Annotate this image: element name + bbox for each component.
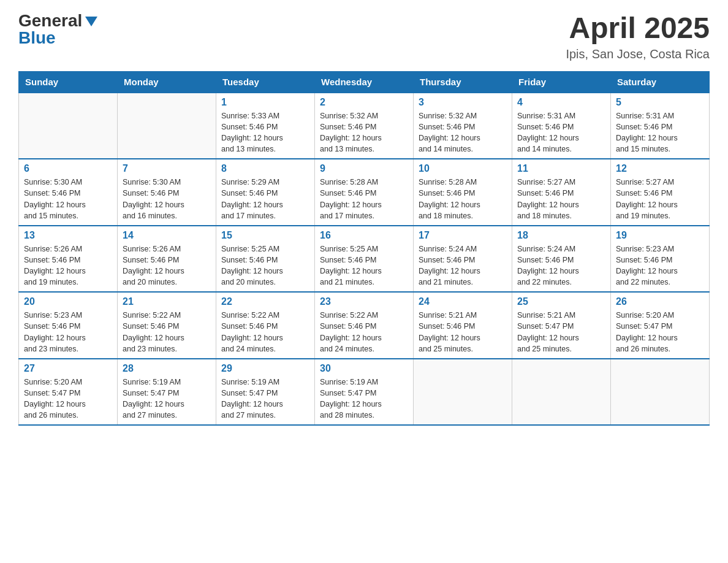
day-info: Sunrise: 5:22 AM Sunset: 5:46 PM Dayligh… xyxy=(320,310,408,354)
day-number: 24 xyxy=(419,296,507,307)
day-number: 22 xyxy=(221,296,309,307)
day-info: Sunrise: 5:20 AM Sunset: 5:47 PM Dayligh… xyxy=(616,310,704,354)
day-info: Sunrise: 5:29 AM Sunset: 5:46 PM Dayligh… xyxy=(221,177,309,221)
day-info: Sunrise: 5:31 AM Sunset: 5:46 PM Dayligh… xyxy=(616,110,704,155)
day-number: 25 xyxy=(517,296,605,307)
day-info: Sunrise: 5:19 AM Sunset: 5:47 PM Dayligh… xyxy=(221,377,309,421)
day-number: 9 xyxy=(320,163,408,174)
day-number: 4 xyxy=(517,97,605,108)
table-row: 6Sunrise: 5:30 AM Sunset: 5:46 PM Daylig… xyxy=(19,159,118,226)
day-info: Sunrise: 5:26 AM Sunset: 5:46 PM Dayligh… xyxy=(24,243,112,288)
day-number: 6 xyxy=(24,163,112,174)
day-number: 11 xyxy=(517,163,605,174)
day-info: Sunrise: 5:32 AM Sunset: 5:46 PM Dayligh… xyxy=(419,110,507,155)
table-row: 18Sunrise: 5:24 AM Sunset: 5:46 PM Dayli… xyxy=(512,226,611,293)
table-row: 25Sunrise: 5:21 AM Sunset: 5:47 PM Dayli… xyxy=(512,292,611,359)
day-number: 12 xyxy=(616,163,704,174)
day-info: Sunrise: 5:22 AM Sunset: 5:46 PM Dayligh… xyxy=(221,310,309,354)
day-number: 2 xyxy=(320,97,408,108)
table-row xyxy=(512,359,611,426)
table-row: 4Sunrise: 5:31 AM Sunset: 5:46 PM Daylig… xyxy=(512,93,611,159)
table-row: 17Sunrise: 5:24 AM Sunset: 5:46 PM Dayli… xyxy=(414,226,512,293)
day-number: 23 xyxy=(320,296,408,307)
logo-triangle-icon xyxy=(85,17,97,26)
table-row: 10Sunrise: 5:28 AM Sunset: 5:46 PM Dayli… xyxy=(414,159,512,226)
table-row: 9Sunrise: 5:28 AM Sunset: 5:46 PM Daylig… xyxy=(315,159,414,226)
table-row: 30Sunrise: 5:19 AM Sunset: 5:47 PM Dayli… xyxy=(315,359,414,426)
calendar-week-row: 20Sunrise: 5:23 AM Sunset: 5:46 PM Dayli… xyxy=(19,292,710,359)
table-row: 26Sunrise: 5:20 AM Sunset: 5:47 PM Dayli… xyxy=(611,292,710,359)
day-number: 1 xyxy=(221,97,309,108)
month-year-title: April 2025 xyxy=(566,12,710,45)
day-number: 5 xyxy=(616,97,704,108)
day-number: 17 xyxy=(419,230,507,241)
day-info: Sunrise: 5:21 AM Sunset: 5:47 PM Dayligh… xyxy=(517,310,605,354)
day-info: Sunrise: 5:28 AM Sunset: 5:46 PM Dayligh… xyxy=(320,177,408,221)
table-row: 28Sunrise: 5:19 AM Sunset: 5:47 PM Dayli… xyxy=(118,359,216,426)
table-row: 27Sunrise: 5:20 AM Sunset: 5:47 PM Dayli… xyxy=(19,359,118,426)
header-thursday: Thursday xyxy=(414,71,512,93)
calendar-week-row: 13Sunrise: 5:26 AM Sunset: 5:46 PM Dayli… xyxy=(19,226,710,293)
table-row: 20Sunrise: 5:23 AM Sunset: 5:46 PM Dayli… xyxy=(19,292,118,359)
table-row: 21Sunrise: 5:22 AM Sunset: 5:46 PM Dayli… xyxy=(118,292,216,359)
table-row: 1Sunrise: 5:33 AM Sunset: 5:46 PM Daylig… xyxy=(216,93,315,159)
calendar-week-row: 6Sunrise: 5:30 AM Sunset: 5:46 PM Daylig… xyxy=(19,159,710,226)
day-number: 13 xyxy=(24,230,112,241)
day-number: 14 xyxy=(123,230,211,241)
calendar-header-row: Sunday Monday Tuesday Wednesday Thursday… xyxy=(19,71,710,93)
day-number: 20 xyxy=(24,296,112,307)
table-row: 15Sunrise: 5:25 AM Sunset: 5:46 PM Dayli… xyxy=(216,226,315,293)
table-row: 12Sunrise: 5:27 AM Sunset: 5:46 PM Dayli… xyxy=(611,159,710,226)
table-row: 13Sunrise: 5:26 AM Sunset: 5:46 PM Dayli… xyxy=(19,226,118,293)
day-info: Sunrise: 5:24 AM Sunset: 5:46 PM Dayligh… xyxy=(419,243,507,288)
calendar-week-row: 27Sunrise: 5:20 AM Sunset: 5:47 PM Dayli… xyxy=(19,359,710,426)
location-subtitle: Ipis, San Jose, Costa Rica xyxy=(566,47,710,61)
day-info: Sunrise: 5:22 AM Sunset: 5:46 PM Dayligh… xyxy=(123,310,211,354)
table-row: 7Sunrise: 5:30 AM Sunset: 5:46 PM Daylig… xyxy=(118,159,216,226)
day-number: 16 xyxy=(320,230,408,241)
header-sunday: Sunday xyxy=(19,71,118,93)
day-info: Sunrise: 5:21 AM Sunset: 5:46 PM Dayligh… xyxy=(419,310,507,354)
day-number: 26 xyxy=(616,296,704,307)
table-row: 11Sunrise: 5:27 AM Sunset: 5:46 PM Dayli… xyxy=(512,159,611,226)
day-info: Sunrise: 5:23 AM Sunset: 5:46 PM Dayligh… xyxy=(616,243,704,288)
table-row: 29Sunrise: 5:19 AM Sunset: 5:47 PM Dayli… xyxy=(216,359,315,426)
header-saturday: Saturday xyxy=(611,71,710,93)
day-info: Sunrise: 5:24 AM Sunset: 5:46 PM Dayligh… xyxy=(517,243,605,288)
table-row xyxy=(414,359,512,426)
day-info: Sunrise: 5:19 AM Sunset: 5:47 PM Dayligh… xyxy=(320,377,408,421)
table-row: 5Sunrise: 5:31 AM Sunset: 5:46 PM Daylig… xyxy=(611,93,710,159)
day-info: Sunrise: 5:20 AM Sunset: 5:47 PM Dayligh… xyxy=(24,377,112,421)
table-row xyxy=(118,93,216,159)
header-tuesday: Tuesday xyxy=(216,71,315,93)
day-info: Sunrise: 5:30 AM Sunset: 5:46 PM Dayligh… xyxy=(123,177,211,221)
day-number: 21 xyxy=(123,296,211,307)
day-info: Sunrise: 5:32 AM Sunset: 5:46 PM Dayligh… xyxy=(320,110,408,155)
day-number: 30 xyxy=(320,363,408,374)
table-row xyxy=(19,93,118,159)
table-row: 14Sunrise: 5:26 AM Sunset: 5:46 PM Dayli… xyxy=(118,226,216,293)
page-header: General Blue April 2025 Ipis, San Jose, … xyxy=(18,12,710,61)
day-info: Sunrise: 5:30 AM Sunset: 5:46 PM Dayligh… xyxy=(24,177,112,221)
day-info: Sunrise: 5:33 AM Sunset: 5:46 PM Dayligh… xyxy=(221,110,309,155)
day-info: Sunrise: 5:27 AM Sunset: 5:46 PM Dayligh… xyxy=(517,177,605,221)
table-row: 23Sunrise: 5:22 AM Sunset: 5:46 PM Dayli… xyxy=(315,292,414,359)
table-row: 3Sunrise: 5:32 AM Sunset: 5:46 PM Daylig… xyxy=(414,93,512,159)
day-info: Sunrise: 5:27 AM Sunset: 5:46 PM Dayligh… xyxy=(616,177,704,221)
day-info: Sunrise: 5:28 AM Sunset: 5:46 PM Dayligh… xyxy=(419,177,507,221)
title-block: April 2025 Ipis, San Jose, Costa Rica xyxy=(566,12,710,61)
day-info: Sunrise: 5:25 AM Sunset: 5:46 PM Dayligh… xyxy=(221,243,309,288)
table-row: 22Sunrise: 5:22 AM Sunset: 5:46 PM Dayli… xyxy=(216,292,315,359)
day-number: 15 xyxy=(221,230,309,241)
day-number: 10 xyxy=(419,163,507,174)
day-number: 18 xyxy=(517,230,605,241)
day-info: Sunrise: 5:26 AM Sunset: 5:46 PM Dayligh… xyxy=(123,243,211,288)
table-row: 2Sunrise: 5:32 AM Sunset: 5:46 PM Daylig… xyxy=(315,93,414,159)
table-row: 16Sunrise: 5:25 AM Sunset: 5:46 PM Dayli… xyxy=(315,226,414,293)
day-info: Sunrise: 5:25 AM Sunset: 5:46 PM Dayligh… xyxy=(320,243,408,288)
table-row: 8Sunrise: 5:29 AM Sunset: 5:46 PM Daylig… xyxy=(216,159,315,226)
header-wednesday: Wednesday xyxy=(315,71,414,93)
day-info: Sunrise: 5:19 AM Sunset: 5:47 PM Dayligh… xyxy=(123,377,211,421)
header-friday: Friday xyxy=(512,71,611,93)
calendar-table: Sunday Monday Tuesday Wednesday Thursday… xyxy=(18,71,710,426)
